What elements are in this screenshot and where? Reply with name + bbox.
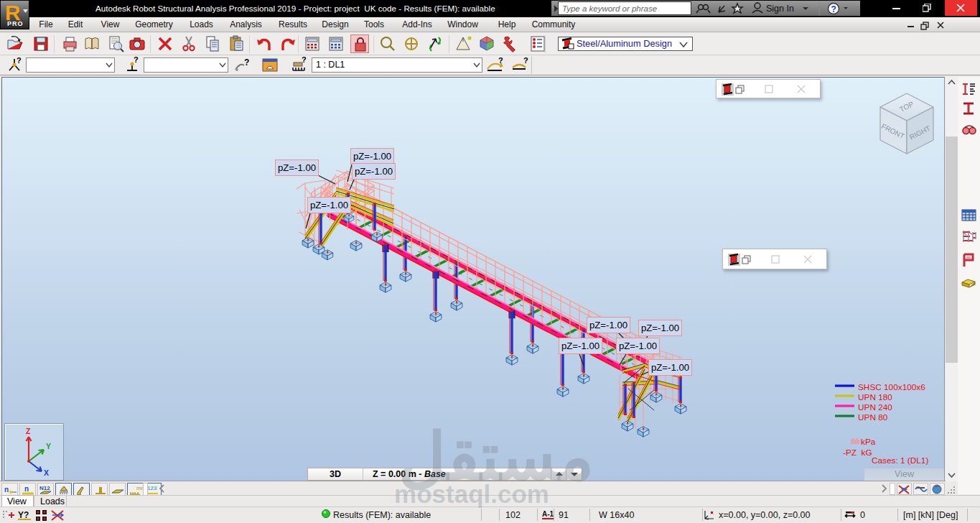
svg-text:?: ? [498, 56, 503, 65]
svg-text:123: 123 [147, 485, 157, 491]
svg-text:?: ? [302, 56, 307, 64]
svg-text:Sign In: Sign In [766, 4, 794, 14]
svg-text:N12: N12 [39, 485, 50, 491]
svg-text:n: n [24, 485, 29, 493]
svg-text:X: X [44, 468, 49, 477]
svg-text:?: ? [17, 57, 22, 65]
svg-text:?: ? [523, 56, 528, 65]
svg-text:mm: mm [136, 485, 143, 491]
svg-text:Y?: Y? [18, 510, 29, 520]
svg-text:?: ? [244, 57, 249, 68]
svg-text:Z: Z [26, 427, 31, 435]
svg-text:?: ? [134, 57, 139, 64]
svg-text:?: ? [831, 4, 836, 14]
svg-text:n: n [4, 486, 9, 494]
svg-text:Y: Y [46, 442, 51, 450]
